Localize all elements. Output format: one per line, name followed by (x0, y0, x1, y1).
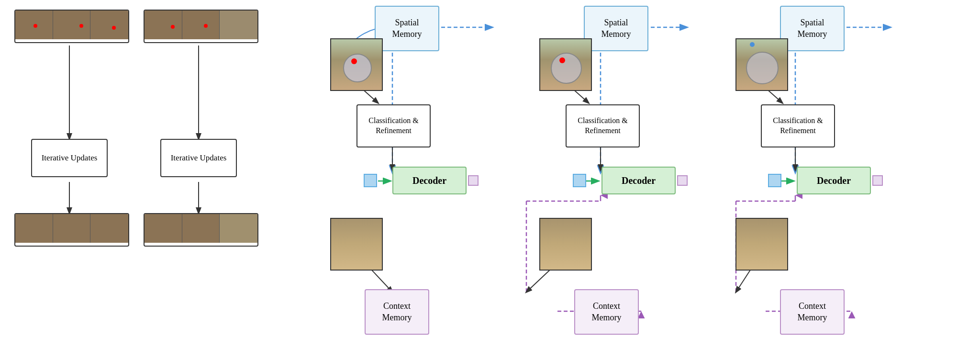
context-memory-1: Context Memory (365, 289, 429, 335)
frame-11 (182, 214, 220, 243)
decoder-2: Decoder (601, 167, 676, 194)
small-pink-2 (677, 175, 688, 186)
iterative-updates-1: Iterative Updates (31, 139, 108, 177)
frame-8 (53, 214, 91, 243)
image-thumb-top-2 (539, 38, 592, 91)
frame-10 (145, 214, 182, 243)
context-memory-2: Context Memory (574, 289, 639, 335)
frame-9 (90, 214, 128, 243)
small-pink-1 (468, 175, 479, 186)
frame-2 (53, 11, 91, 39)
bottom-right-strip (144, 213, 258, 247)
decoder-3: Decoder (797, 167, 871, 194)
context-memory-3: Context Memory (780, 289, 845, 335)
diagram-container: Iterative Updates Iterative Updates Spat… (0, 0, 980, 339)
decoder-1: Decoder (392, 167, 467, 194)
spatial-memory-2: Spatial Memory (584, 6, 648, 51)
small-blue-1 (364, 174, 377, 187)
image-thumb-bottom-3 (735, 218, 788, 271)
frame-1 (15, 11, 53, 39)
spatial-memory-1: Spatial Memory (375, 6, 439, 51)
bottom-left-strip (14, 213, 129, 247)
classification-2: Classification & Refinement (566, 104, 640, 147)
classification-3: Classification & Refinement (761, 104, 835, 147)
spatial-memory-3: Spatial Memory (780, 6, 845, 51)
image-thumb-bottom-2 (539, 218, 592, 271)
top-right-strip (144, 10, 258, 43)
frame-7 (15, 214, 53, 243)
image-thumb-top-3 (735, 38, 788, 91)
image-thumb-top-1 (330, 38, 383, 91)
classification-1: Classification & Refinement (356, 104, 431, 147)
small-blue-3 (768, 174, 781, 187)
frame-6 (220, 11, 257, 39)
frame-4 (145, 11, 182, 39)
frame-12 (220, 214, 257, 243)
frame-3 (90, 11, 128, 39)
image-thumb-bottom-1 (330, 218, 383, 271)
top-left-strip (14, 10, 129, 43)
small-pink-3 (872, 175, 883, 186)
frame-5 (182, 11, 220, 39)
small-blue-2 (573, 174, 586, 187)
iterative-updates-2: Iterative Updates (160, 139, 237, 177)
